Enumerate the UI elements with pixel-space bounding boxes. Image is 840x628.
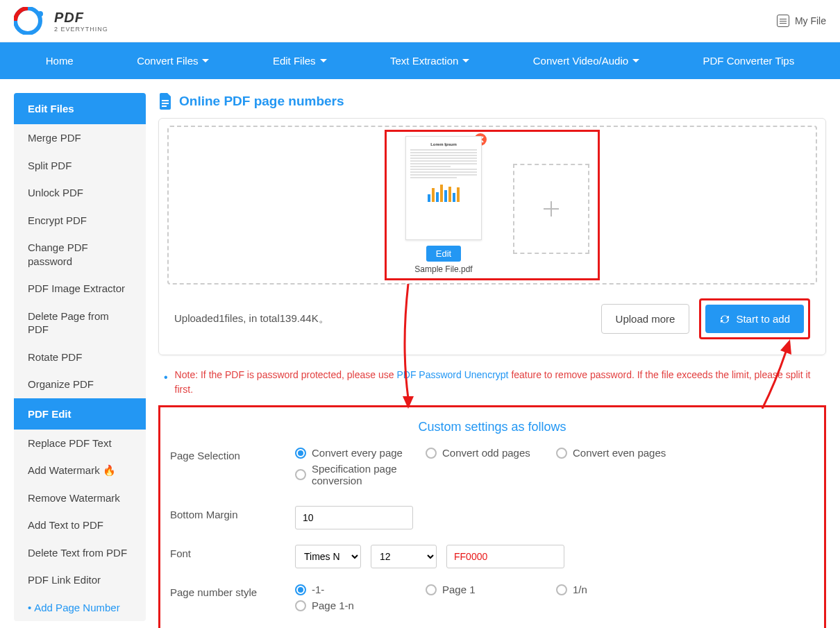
add-file-tile[interactable]	[513, 164, 589, 254]
radio-icon	[295, 448, 306, 459]
file-preview: Lorem Ipsum	[395, 136, 492, 274]
page-title: Online PDF page numbers	[179, 94, 344, 109]
myfile-label: My File	[795, 15, 826, 26]
drop-zone[interactable]: Lorem Ipsum	[167, 126, 817, 285]
radio-icon	[556, 448, 567, 459]
sidebar-item-rotate[interactable]: Rotate PDF	[14, 343, 146, 371]
settings-box: Custom settings as follows Page Selectio…	[158, 405, 826, 628]
font-label: Font	[170, 545, 295, 559]
sidebar-group-pdf-edit: PDF Edit	[14, 398, 146, 430]
sidebar-item-organize[interactable]: Organize PDF	[14, 371, 146, 398]
opt-convert-every[interactable]: Convert every page	[295, 447, 426, 459]
nav-convert-files[interactable]: Convert Files	[120, 42, 226, 79]
sidebar-item-unlock[interactable]: Unlock PDF	[14, 179, 146, 207]
myfile-link[interactable]: My File	[777, 15, 826, 27]
svg-rect-4	[162, 105, 167, 107]
svg-rect-2	[162, 100, 169, 101]
navbar: Home Convert Files Edit Files Text Extra…	[0, 42, 840, 79]
nav-home[interactable]: Home	[29, 42, 90, 79]
opt-style-page1[interactable]: Page 1	[426, 584, 556, 595]
logo-sub-text: 2 EVERYTHING	[54, 26, 108, 33]
row-font: Font Times N 12	[170, 545, 814, 568]
chart-thumbnail-icon	[410, 183, 477, 202]
caret-down-icon	[462, 59, 469, 62]
upload-more-button[interactable]: Upload more	[601, 304, 690, 334]
fire-icon: 🔥	[103, 464, 116, 476]
start-add-button[interactable]: Start to add	[705, 305, 804, 333]
sidebar-item-merge[interactable]: Merge PDF	[14, 124, 146, 152]
settings-title: Custom settings as follows	[170, 420, 814, 434]
sidebar-item-change-password[interactable]: Change PDF password	[14, 234, 146, 275]
annotation-start-box: Start to add	[699, 298, 810, 339]
opt-convert-even[interactable]: Convert even pages	[556, 447, 687, 459]
opt-style-1n[interactable]: 1/n	[556, 584, 687, 595]
sidebar-group-edit-files: Edit Files	[14, 93, 146, 124]
nav-text-extraction[interactable]: Text Extraction	[373, 42, 486, 79]
list-icon	[777, 15, 789, 27]
opt-spec-conversion[interactable]: Specification page conversion	[295, 463, 426, 486]
radio-icon	[295, 469, 306, 480]
pdf-thumbnail: Lorem Ipsum	[405, 136, 482, 240]
sync-icon	[719, 314, 730, 325]
note-row: • Note: If the PDF is password protected…	[164, 368, 821, 397]
edit-file-button[interactable]: Edit	[426, 246, 461, 262]
caret-down-icon	[202, 59, 209, 62]
opt-style-page1n[interactable]: Page 1-n	[295, 600, 426, 611]
radio-icon	[426, 584, 437, 595]
page-selection-label: Page Selection	[170, 447, 295, 461]
logo[interactable]: PDF 2 EVERYTHING	[14, 7, 108, 35]
page-title-row: Online PDF page numbers	[158, 93, 826, 110]
caret-down-icon	[320, 59, 327, 62]
radio-icon	[295, 600, 306, 611]
sidebar: Edit Files Merge PDF Split PDF Unlock PD…	[14, 93, 146, 621]
nav-edit-files[interactable]: Edit Files	[256, 42, 344, 79]
opt-convert-odd[interactable]: Convert odd pages	[426, 447, 556, 459]
caret-down-icon	[632, 59, 639, 62]
style-label: Page number style	[170, 584, 295, 598]
sidebar-item-add-watermark[interactable]: Add Watermark 🔥	[14, 457, 146, 484]
sidebar-item-image-extractor[interactable]: PDF Image Extractor	[14, 275, 146, 303]
font-name-select[interactable]: Times N	[295, 545, 361, 568]
svg-point-1	[37, 11, 43, 17]
annotation-file-box: Lorem Ipsum	[385, 130, 600, 280]
sidebar-item-delete-text[interactable]: Delete Text from PDF	[14, 539, 146, 567]
svg-rect-3	[162, 103, 169, 104]
sidebar-item-add-page-number[interactable]: •Add Page Number	[14, 594, 146, 622]
upload-card: Lorem Ipsum	[158, 118, 826, 355]
main-content: Online PDF page numbers Lorem Ipsum	[158, 93, 826, 628]
nav-convert-video-audio[interactable]: Convert Video/Audio	[516, 42, 656, 79]
nav-converter-tips[interactable]: PDF Converter Tips	[687, 42, 812, 79]
bottom-margin-input[interactable]	[295, 506, 413, 529]
top-header: PDF 2 EVERYTHING My File	[0, 0, 840, 42]
row-bottom-margin: Bottom Margin	[170, 506, 814, 529]
radio-icon	[556, 584, 567, 595]
font-color-input[interactable]	[446, 545, 564, 568]
upload-footer: Uploaded1files, in total139.44K。 Upload …	[167, 293, 817, 345]
logo-main-text: PDF	[54, 10, 108, 26]
page-body: Edit Files Merge PDF Split PDF Unlock PD…	[0, 79, 840, 628]
logo-icon	[14, 7, 49, 35]
opt-style-1[interactable]: -1-	[295, 584, 426, 595]
sidebar-item-split[interactable]: Split PDF	[14, 152, 146, 180]
radio-icon	[295, 584, 306, 595]
row-page-number-style: Page number style -1- Page 1 1/n Page 1-…	[170, 584, 814, 616]
sidebar-item-encrypt[interactable]: Encrypt PDF	[14, 207, 146, 235]
radio-icon	[426, 448, 437, 459]
sidebar-item-link-editor[interactable]: PDF Link Editor	[14, 566, 146, 594]
bottom-margin-label: Bottom Margin	[170, 506, 295, 520]
document-icon	[158, 93, 172, 110]
bullet-icon: •	[164, 369, 168, 386]
row-page-selection: Page Selection Convert every page Conver…	[170, 447, 814, 491]
font-size-select[interactable]: 12	[371, 545, 437, 568]
sidebar-item-replace-text[interactable]: Replace PDF Text	[14, 430, 146, 457]
sidebar-item-add-text[interactable]: Add Text to PDF	[14, 511, 146, 539]
plus-icon	[541, 198, 562, 219]
sidebar-item-remove-watermark[interactable]: Remove Watermark	[14, 484, 146, 512]
note-prefix: Note: If the PDF is password protected, …	[175, 369, 394, 380]
filename-label: Sample File.pdf	[395, 264, 492, 274]
sidebar-item-delete-page[interactable]: Delete Page from PDF	[14, 303, 146, 343]
password-unencrypt-link[interactable]: PDF Password Unencrypt	[396, 369, 508, 380]
upload-status: Uploaded1files, in total139.44K。	[174, 312, 329, 325]
